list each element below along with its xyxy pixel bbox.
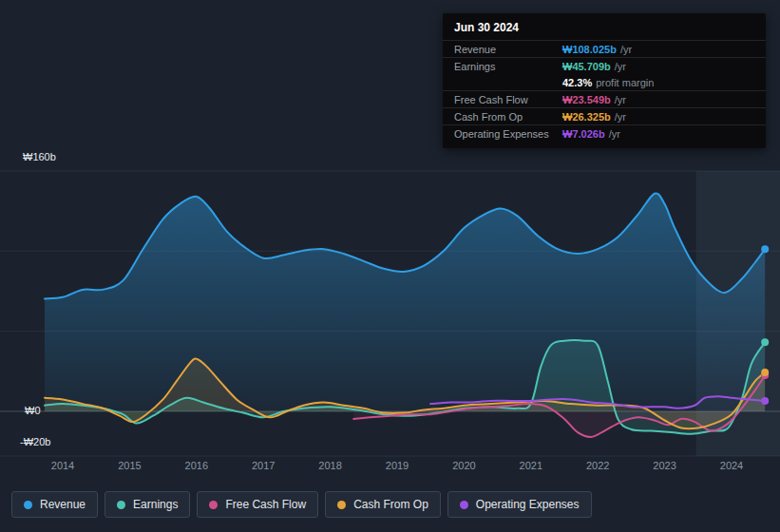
legend-label: Free Cash Flow [225,498,306,511]
tooltip-row: 42.3%profit margin [443,74,766,90]
x-tick-label: 2024 [720,460,743,471]
x-tick-label: 2015 [118,460,141,471]
tooltip-row-label: Operating Expenses [454,128,562,140]
chart-canvas[interactable] [0,152,780,457]
tooltip-row-suffix: /yr [620,44,632,55]
x-tick-label: 2018 [318,460,341,471]
x-tick-label: 2019 [386,460,409,471]
tooltip-row-value: ₩7.026b [562,128,605,140]
tooltip-row-suffix: /yr [609,128,620,140]
x-tick-label: 2016 [185,460,208,471]
tooltip-date: Jun 30 2024 [443,13,766,40]
legend-item-free-cash-flow[interactable]: Free Cash Flow [197,491,318,518]
x-tick-label: 2017 [252,460,275,471]
legend-item-earnings[interactable]: Earnings [105,491,190,518]
chart-tooltip: Jun 30 2024 Revenue₩108.025b/yrEarnings₩… [443,13,766,148]
legend-item-cash-from-op[interactable]: Cash From Op [325,491,441,518]
tooltip-row: Operating Expenses₩7.026b/yr [443,124,766,142]
tooltip-rows: Revenue₩108.025b/yrEarnings₩45.709b/yr42… [443,40,766,142]
legend-dot-icon [24,501,32,509]
tooltip-row: Revenue₩108.025b/yr [443,40,766,57]
x-tick-label: 2014 [51,460,74,471]
tooltip-row-value: ₩26.325b [562,111,611,123]
tooltip-row-label: Revenue [454,44,562,55]
legend-dot-icon [209,501,218,509]
tooltip-row-label: Earnings [454,61,562,72]
legend-label: Cash From Op [353,498,428,511]
financials-chart-screen: ₩160b ₩0 -₩20b 2014201520162017201820192… [0,0,780,532]
y-axis-label-160b: ₩160b [23,151,56,162]
x-tick-label: 2023 [653,460,675,471]
legend-label: Revenue [40,498,86,511]
tooltip-row-suffix: /yr [615,61,626,72]
tooltip-row-value: ₩45.709b [562,61,611,72]
tooltip-row: Cash From Op₩26.325b/yr [443,107,766,124]
tooltip-row-suffix: /yr [615,111,626,123]
legend-dot-icon [117,501,125,509]
legend-item-operating-expenses[interactable]: Operating Expenses [447,491,592,518]
legend-label: Operating Expenses [476,498,580,511]
legend: RevenueEarningsFree Cash FlowCash From O… [11,491,592,518]
tooltip-row: Earnings₩45.709b/yr [443,57,766,74]
x-tick-label: 2022 [586,460,609,471]
y-axis-label-zero: ₩0 [25,405,41,416]
legend-label: Earnings [133,498,178,511]
legend-dot-icon [337,501,346,509]
tooltip-row-suffix: /yr [615,94,626,105]
tooltip-row-label: Cash From Op [454,111,562,123]
tooltip-row-value: 42.3% [562,77,592,88]
legend-item-revenue[interactable]: Revenue [11,491,98,518]
x-tick-label: 2020 [452,460,475,471]
tooltip-row-value: ₩108.025b [562,44,617,55]
x-tick-label: 2021 [520,460,542,471]
tooltip-row-label: Free Cash Flow [454,94,562,105]
tooltip-row-suffix: profit margin [596,77,654,88]
y-axis-label-neg20b: -₩20b [20,436,50,447]
tooltip-row-value: ₩23.549b [562,94,611,105]
tooltip-row: Free Cash Flow₩23.549b/yr [443,90,766,107]
legend-dot-icon [460,501,468,509]
